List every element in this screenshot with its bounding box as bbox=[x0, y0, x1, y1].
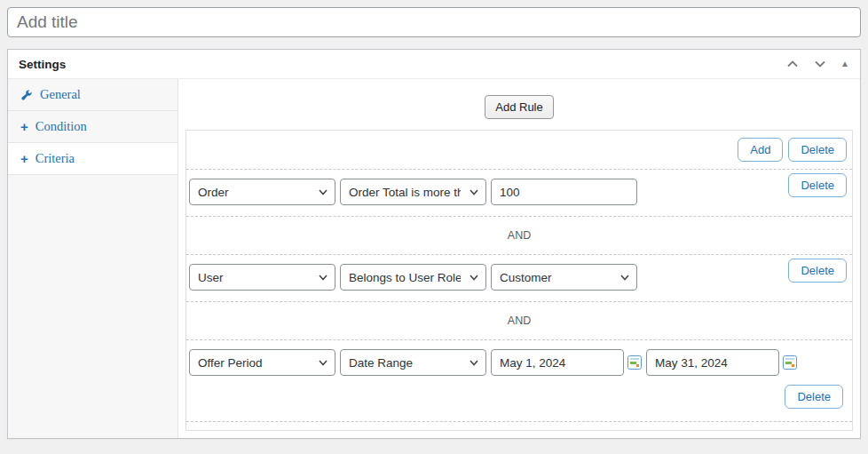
move-up-icon[interactable] bbox=[785, 57, 800, 71]
post-title-input[interactable] bbox=[7, 7, 861, 37]
tab-content: Add Rule Add Delete Order Order To bbox=[178, 79, 860, 438]
rule1-value-input[interactable] bbox=[491, 179, 637, 205]
chevron-down-icon bbox=[318, 357, 328, 368]
select-value: Belongs to User Role bbox=[349, 271, 461, 284]
rule3-operator-select[interactable]: Date Range bbox=[340, 349, 486, 376]
datepicker-icon[interactable] bbox=[627, 355, 642, 370]
rule2-field-select[interactable]: User bbox=[189, 264, 335, 291]
select-value: Order bbox=[198, 186, 229, 199]
group-delete-button[interactable]: Delete bbox=[788, 138, 847, 162]
rule3-date-end-input[interactable] bbox=[646, 349, 779, 376]
rule1-delete-button[interactable]: Delete bbox=[788, 173, 847, 197]
chevron-down-icon bbox=[318, 187, 328, 197]
rule-group-panel: Add Delete Order Order Total is more tha… bbox=[185, 130, 853, 431]
rule-row-2: User Belongs to User Role Customer Delet… bbox=[186, 255, 852, 302]
tab-label: Criteria bbox=[36, 151, 75, 166]
tab-label: Condition bbox=[36, 119, 87, 134]
select-value: Customer bbox=[500, 271, 552, 284]
settings-tabs-sidebar: General + Condition + Criteria bbox=[8, 79, 178, 438]
group-add-button[interactable]: Add bbox=[738, 138, 783, 162]
metabox-body: General + Condition + Criteria Add Rule … bbox=[8, 79, 860, 438]
metabox-title: Settings bbox=[19, 58, 66, 71]
select-value: Order Total is more than bbox=[349, 186, 461, 199]
chevron-down-icon bbox=[469, 187, 479, 197]
add-rule-button[interactable]: Add Rule bbox=[485, 95, 553, 119]
select-value: Date Range bbox=[349, 356, 413, 370]
chevron-down-icon bbox=[469, 272, 479, 283]
rule1-operator-select[interactable]: Order Total is more than bbox=[340, 179, 486, 205]
rule-row-1: Order Order Total is more than Delete bbox=[186, 170, 852, 217]
settings-metabox: Settings ▲ General + Condition bbox=[7, 49, 861, 439]
plus-icon: + bbox=[20, 120, 28, 133]
chevron-down-icon bbox=[619, 272, 630, 283]
wrench-icon bbox=[20, 89, 33, 101]
chevron-down-icon bbox=[318, 272, 328, 283]
and-separator: AND bbox=[186, 217, 852, 255]
move-down-icon[interactable] bbox=[813, 57, 827, 71]
rule2-value-select[interactable]: Customer bbox=[491, 264, 637, 291]
rule3-date-start-input[interactable] bbox=[491, 349, 624, 376]
rule2-operator-select[interactable]: Belongs to User Role bbox=[340, 264, 486, 291]
rule3-delete-button[interactable]: Delete bbox=[785, 385, 843, 409]
rule2-delete-button[interactable]: Delete bbox=[788, 259, 847, 283]
plus-icon: + bbox=[20, 152, 28, 165]
rule-row-3: Offer Period Date Range bbox=[186, 340, 852, 422]
rule3-field-select[interactable]: Offer Period bbox=[189, 349, 335, 376]
datepicker-icon[interactable] bbox=[783, 355, 797, 370]
chevron-down-icon bbox=[469, 357, 479, 368]
select-value: Offer Period bbox=[198, 356, 263, 370]
tab-label: General bbox=[40, 87, 81, 102]
toggle-panel-icon[interactable]: ▲ bbox=[840, 60, 849, 68]
tab-general[interactable]: General bbox=[8, 79, 178, 111]
group-actions: Add Delete bbox=[186, 131, 852, 170]
rule1-field-select[interactable]: Order bbox=[189, 179, 335, 205]
metabox-header: Settings ▲ bbox=[8, 50, 860, 79]
tab-criteria[interactable]: + Criteria bbox=[8, 143, 178, 175]
select-value: User bbox=[198, 271, 224, 284]
metabox-controls: ▲ bbox=[785, 57, 849, 71]
and-separator: AND bbox=[186, 302, 852, 340]
tab-condition[interactable]: + Condition bbox=[8, 111, 178, 143]
